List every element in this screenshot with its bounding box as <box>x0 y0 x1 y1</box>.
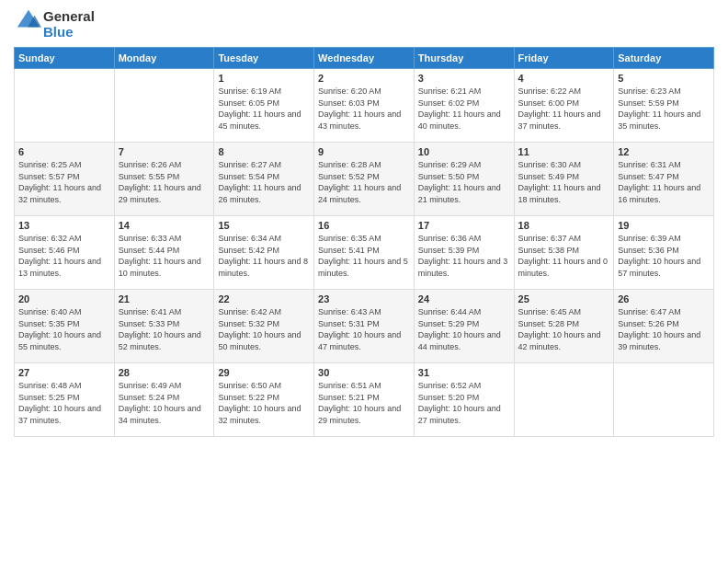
day-info: Sunrise: 6:35 AMSunset: 5:41 PMDaylight:… <box>318 233 410 279</box>
day-number: 6 <box>18 146 110 157</box>
day-info: Sunrise: 6:36 AMSunset: 5:39 PMDaylight:… <box>418 233 510 279</box>
day-cell: 23Sunrise: 6:43 AMSunset: 5:31 PMDayligh… <box>314 290 415 363</box>
day-cell: 18Sunrise: 6:37 AMSunset: 5:38 PMDayligh… <box>514 216 614 290</box>
day-info: Sunrise: 6:40 AMSunset: 5:35 PMDaylight:… <box>18 306 110 352</box>
header-cell-friday: Friday <box>514 48 614 69</box>
day-info: Sunrise: 6:34 AMSunset: 5:42 PMDaylight:… <box>218 233 310 279</box>
day-number: 22 <box>218 293 310 304</box>
day-info: Sunrise: 6:52 AMSunset: 5:20 PMDaylight:… <box>418 380 510 426</box>
header-cell-sunday: Sunday <box>15 48 115 69</box>
day-info: Sunrise: 6:27 AMSunset: 5:54 PMDaylight:… <box>218 159 310 205</box>
header: General Blue <box>14 9 714 40</box>
day-cell: 17Sunrise: 6:36 AMSunset: 5:39 PMDayligh… <box>414 216 514 290</box>
day-cell <box>514 363 614 437</box>
day-cell: 12Sunrise: 6:31 AMSunset: 5:47 PMDayligh… <box>614 143 714 216</box>
day-info: Sunrise: 6:49 AMSunset: 5:24 PMDaylight:… <box>119 380 210 426</box>
day-cell: 31Sunrise: 6:52 AMSunset: 5:20 PMDayligh… <box>414 363 514 437</box>
day-number: 9 <box>318 146 410 157</box>
day-number: 14 <box>119 220 210 231</box>
header-cell-tuesday: Tuesday <box>214 48 314 69</box>
day-cell: 15Sunrise: 6:34 AMSunset: 5:42 PMDayligh… <box>214 216 314 290</box>
day-number: 1 <box>218 73 310 84</box>
day-number: 19 <box>618 220 710 231</box>
day-number: 23 <box>318 293 410 304</box>
day-number: 4 <box>518 73 610 84</box>
day-cell: 4Sunrise: 6:22 AMSunset: 6:00 PMDaylight… <box>514 69 614 143</box>
day-cell: 25Sunrise: 6:45 AMSunset: 5:28 PMDayligh… <box>514 290 614 363</box>
day-number: 29 <box>218 367 310 378</box>
week-row-4: 27Sunrise: 6:48 AMSunset: 5:25 PMDayligh… <box>15 363 714 437</box>
day-number: 12 <box>618 146 710 157</box>
week-row-1: 6Sunrise: 6:25 AMSunset: 5:57 PMDaylight… <box>15 143 714 216</box>
day-cell <box>614 363 714 437</box>
header-cell-monday: Monday <box>114 48 214 69</box>
day-number: 7 <box>119 146 210 157</box>
day-info: Sunrise: 6:20 AMSunset: 6:03 PMDaylight:… <box>318 86 410 132</box>
day-number: 27 <box>18 367 110 378</box>
day-number: 2 <box>318 73 410 84</box>
day-info: Sunrise: 6:23 AMSunset: 5:59 PMDaylight:… <box>618 86 710 132</box>
day-cell: 1Sunrise: 6:19 AMSunset: 6:05 PMDaylight… <box>214 69 314 143</box>
day-cell: 14Sunrise: 6:33 AMSunset: 5:44 PMDayligh… <box>114 216 214 290</box>
day-cell: 8Sunrise: 6:27 AMSunset: 5:54 PMDaylight… <box>214 143 314 216</box>
day-info: Sunrise: 6:51 AMSunset: 5:21 PMDaylight:… <box>318 380 410 426</box>
day-cell: 30Sunrise: 6:51 AMSunset: 5:21 PMDayligh… <box>314 363 415 437</box>
day-number: 26 <box>618 293 710 304</box>
logo-blue-text: Blue <box>43 25 95 40</box>
day-cell: 5Sunrise: 6:23 AMSunset: 5:59 PMDaylight… <box>614 69 714 143</box>
day-cell: 27Sunrise: 6:48 AMSunset: 5:25 PMDayligh… <box>15 363 115 437</box>
day-number: 17 <box>418 220 510 231</box>
day-cell <box>15 69 115 143</box>
day-number: 30 <box>318 367 410 378</box>
day-cell: 28Sunrise: 6:49 AMSunset: 5:24 PMDayligh… <box>114 363 214 437</box>
day-cell: 26Sunrise: 6:47 AMSunset: 5:26 PMDayligh… <box>614 290 714 363</box>
day-number: 28 <box>119 367 210 378</box>
day-info: Sunrise: 6:32 AMSunset: 5:46 PMDaylight:… <box>18 233 110 279</box>
day-info: Sunrise: 6:48 AMSunset: 5:25 PMDaylight:… <box>18 380 110 426</box>
day-cell: 21Sunrise: 6:41 AMSunset: 5:33 PMDayligh… <box>114 290 214 363</box>
day-info: Sunrise: 6:19 AMSunset: 6:05 PMDaylight:… <box>218 86 310 132</box>
day-number: 15 <box>218 220 310 231</box>
day-info: Sunrise: 6:25 AMSunset: 5:57 PMDaylight:… <box>18 159 110 205</box>
day-info: Sunrise: 6:22 AMSunset: 6:00 PMDaylight:… <box>518 86 610 132</box>
day-info: Sunrise: 6:26 AMSunset: 5:55 PMDaylight:… <box>119 159 210 205</box>
week-row-2: 13Sunrise: 6:32 AMSunset: 5:46 PMDayligh… <box>15 216 714 290</box>
calendar-table: SundayMondayTuesdayWednesdayThursdayFrid… <box>14 47 714 437</box>
day-info: Sunrise: 6:21 AMSunset: 6:02 PMDaylight:… <box>418 86 510 132</box>
day-number: 3 <box>418 73 510 84</box>
day-cell: 22Sunrise: 6:42 AMSunset: 5:32 PMDayligh… <box>214 290 314 363</box>
day-number: 31 <box>418 367 510 378</box>
day-info: Sunrise: 6:37 AMSunset: 5:38 PMDaylight:… <box>518 233 610 279</box>
day-cell: 13Sunrise: 6:32 AMSunset: 5:46 PMDayligh… <box>15 216 115 290</box>
logo: General Blue <box>14 9 95 40</box>
day-info: Sunrise: 6:31 AMSunset: 5:47 PMDaylight:… <box>618 159 710 205</box>
day-info: Sunrise: 6:30 AMSunset: 5:49 PMDaylight:… <box>518 159 610 205</box>
day-number: 8 <box>218 146 310 157</box>
day-number: 5 <box>618 73 710 84</box>
day-info: Sunrise: 6:39 AMSunset: 5:36 PMDaylight:… <box>618 233 710 279</box>
day-cell: 6Sunrise: 6:25 AMSunset: 5:57 PMDaylight… <box>15 143 115 216</box>
header-cell-saturday: Saturday <box>614 48 714 69</box>
day-cell: 10Sunrise: 6:29 AMSunset: 5:50 PMDayligh… <box>414 143 514 216</box>
day-info: Sunrise: 6:45 AMSunset: 5:28 PMDaylight:… <box>518 306 610 352</box>
day-info: Sunrise: 6:42 AMSunset: 5:32 PMDaylight:… <box>218 306 310 352</box>
day-number: 10 <box>418 146 510 157</box>
day-cell: 19Sunrise: 6:39 AMSunset: 5:36 PMDayligh… <box>614 216 714 290</box>
day-cell: 2Sunrise: 6:20 AMSunset: 6:03 PMDaylight… <box>314 69 415 143</box>
header-cell-thursday: Thursday <box>414 48 514 69</box>
logo-icon <box>16 8 41 34</box>
day-cell: 20Sunrise: 6:40 AMSunset: 5:35 PMDayligh… <box>15 290 115 363</box>
day-info: Sunrise: 6:50 AMSunset: 5:22 PMDaylight:… <box>218 380 310 426</box>
logo-text: General <box>43 9 95 25</box>
day-cell <box>114 69 214 143</box>
day-cell: 24Sunrise: 6:44 AMSunset: 5:29 PMDayligh… <box>414 290 514 363</box>
day-number: 20 <box>18 293 110 304</box>
week-row-3: 20Sunrise: 6:40 AMSunset: 5:35 PMDayligh… <box>15 290 714 363</box>
day-info: Sunrise: 6:29 AMSunset: 5:50 PMDaylight:… <box>418 159 510 205</box>
header-row: SundayMondayTuesdayWednesdayThursdayFrid… <box>15 48 714 69</box>
day-info: Sunrise: 6:43 AMSunset: 5:31 PMDaylight:… <box>318 306 410 352</box>
day-cell: 29Sunrise: 6:50 AMSunset: 5:22 PMDayligh… <box>214 363 314 437</box>
day-info: Sunrise: 6:28 AMSunset: 5:52 PMDaylight:… <box>318 159 410 205</box>
week-row-0: 1Sunrise: 6:19 AMSunset: 6:05 PMDaylight… <box>15 69 714 143</box>
page: General Blue SundayMondayTuesdayWednesda… <box>0 0 728 563</box>
